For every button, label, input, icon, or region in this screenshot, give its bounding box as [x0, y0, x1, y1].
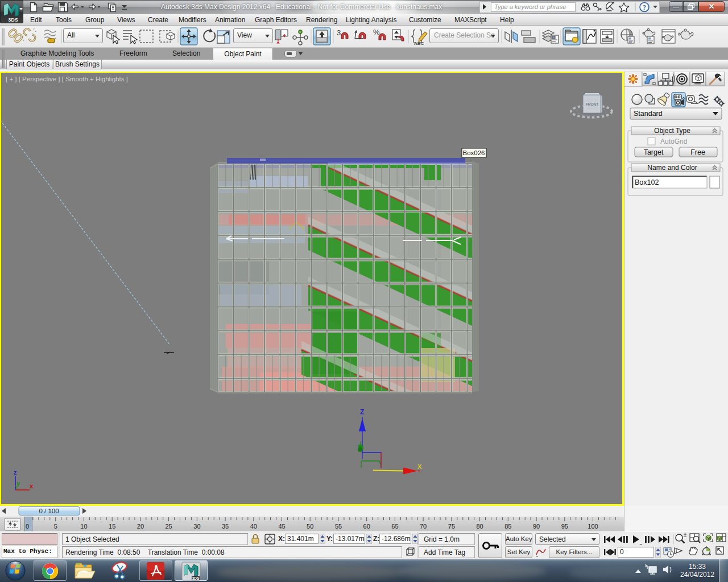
svg-text:60: 60 — [363, 523, 370, 530]
svg-text:AutoGrid: AutoGrid — [660, 138, 687, 146]
svg-text:Object Type: Object Type — [654, 127, 690, 135]
svg-text:X: X — [417, 463, 422, 470]
svg-text:Name and Color: Name and Color — [647, 164, 697, 172]
svg-text:90: 90 — [533, 523, 540, 530]
svg-text:Box102: Box102 — [635, 178, 659, 186]
svg-text:3DS: 3DS — [8, 17, 18, 23]
svg-text:Z: Z — [360, 408, 364, 416]
svg-text:Target: Target — [644, 148, 664, 156]
svg-text:40: 40 — [250, 523, 257, 530]
svg-text:5: 5 — [54, 523, 57, 530]
svg-text:ABC: ABC — [414, 41, 424, 46]
svg-text:15: 15 — [109, 523, 115, 530]
svg-text:75: 75 — [448, 523, 455, 530]
svg-text:35: 35 — [222, 523, 229, 530]
svg-text:x: x — [30, 483, 34, 489]
svg-text:Standard: Standard — [634, 110, 663, 118]
svg-text:z: z — [14, 469, 17, 476]
svg-text:80: 80 — [476, 523, 483, 530]
svg-text:10: 10 — [80, 523, 87, 530]
svg-text:Box026: Box026 — [462, 149, 485, 156]
svg-text:85: 85 — [504, 523, 511, 530]
svg-text:50: 50 — [307, 523, 313, 530]
svg-text:0: 0 — [26, 523, 29, 530]
svg-text:55: 55 — [335, 523, 342, 530]
svg-text:FRONT: FRONT — [586, 102, 598, 106]
svg-text:30: 30 — [193, 523, 200, 530]
svg-text:%: % — [373, 28, 380, 36]
svg-text:0 / 100: 0 / 100 — [39, 508, 59, 514]
svg-text:?: ? — [643, 3, 646, 11]
svg-text:y: y — [16, 480, 20, 487]
svg-text:95: 95 — [561, 523, 568, 530]
svg-text:3DS: 3DS — [192, 576, 200, 580]
svg-text:25: 25 — [165, 523, 172, 530]
svg-text:70: 70 — [420, 523, 427, 530]
svg-text:65: 65 — [391, 523, 398, 530]
svg-text:100: 100 — [588, 523, 598, 530]
svg-text:45: 45 — [278, 523, 285, 530]
svg-text:Free: Free — [690, 148, 705, 156]
svg-text:3: 3 — [337, 28, 341, 37]
svg-text:20: 20 — [137, 523, 144, 530]
